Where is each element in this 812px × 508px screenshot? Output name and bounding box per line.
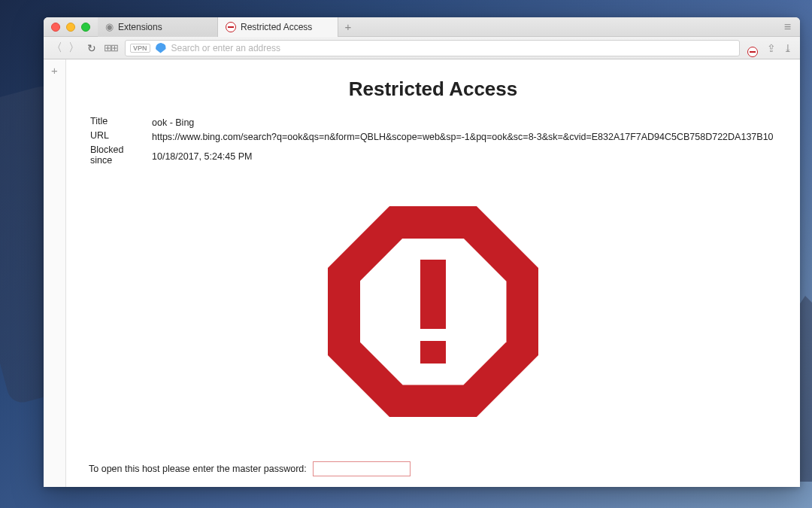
value-blocked-since: 10/18/2017, 5:24:45 PM [152,144,776,168]
details-table: Title ook - Bing URL https://www.bing.co… [89,114,777,169]
master-password-input[interactable] [313,461,411,476]
cube-icon: ◉ [105,21,114,32]
browser-window: ◉ Extensions Restricted Access + ≡ 〈 〉 ↻… [44,17,800,487]
sidebar: + [44,59,66,487]
speed-dial-button[interactable]: ⊞⊞ [104,42,117,53]
sidebar-add-button[interactable]: + [44,64,65,77]
tab-extensions[interactable]: ◉ Extensions [98,17,218,37]
new-tab-button[interactable]: + [338,20,358,33]
block-extension-icon[interactable] [747,42,759,54]
traffic-lights [44,23,98,32]
label-url: URL [90,130,150,143]
tab-label: Restricted Access [241,22,312,32]
value-title: ook - Bing [152,116,776,129]
content-area: + Restricted Access Title ook - Bing URL… [44,59,800,487]
label-title: Title [90,116,150,129]
address-input[interactable] [171,43,735,53]
toolbar: 〈 〉 ↻ ⊞⊞ VPN ⇪ ⤓ [44,37,800,59]
address-bar: VPN [125,40,740,56]
vpn-badge[interactable]: VPN [130,44,150,53]
downloads-icon[interactable]: ⤓ [783,42,792,54]
forward-button[interactable]: 〉 [68,41,80,55]
tab-label: Extensions [118,22,162,32]
page-title: Restricted Access [89,78,777,101]
row-title: Title ook - Bing [90,116,776,129]
value-url: https://www.bing.com/search?q=ook&qs=n&f… [152,130,776,143]
share-icon[interactable]: ⇪ [767,42,776,54]
stop-icon [226,22,236,32]
stop-sign-icon [328,206,538,417]
label-blocked-since: Blocked since [90,144,150,168]
tab-restricted-access[interactable]: Restricted Access [218,17,338,37]
exclamation-dot [420,341,446,364]
maximize-window-button[interactable] [81,23,90,32]
row-blocked-since: Blocked since 10/18/2017, 5:24:45 PM [90,144,776,168]
shield-icon[interactable] [156,43,166,53]
reload-button[interactable]: ↻ [87,42,96,54]
menu-icon[interactable]: ≡ [775,20,800,34]
tab-strip: ◉ Extensions Restricted Access + ≡ [44,17,800,37]
minimize-window-button[interactable] [66,23,75,32]
row-url: URL https://www.bing.com/search?q=ook&qs… [90,130,776,143]
restricted-page: Restricted Access Title ook - Bing URL h… [66,59,800,487]
exclamation-bar [420,260,446,329]
back-button[interactable]: 〈 [51,41,62,55]
password-prompt-row: To open this host please enter the maste… [89,461,777,476]
password-prompt-label: To open this host please enter the maste… [89,464,307,474]
close-window-button[interactable] [51,23,60,32]
